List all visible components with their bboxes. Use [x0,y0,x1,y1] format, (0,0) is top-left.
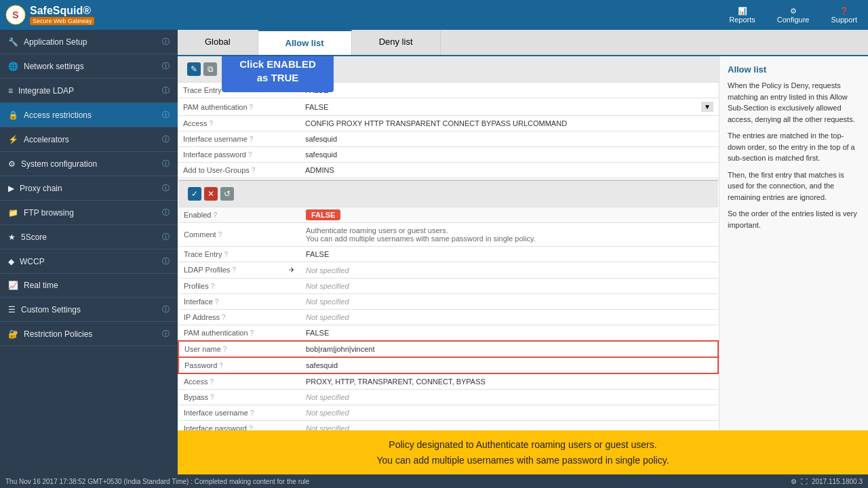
sidebar-item-proxy-chain[interactable]: ▶ Proxy chain ⓘ [0,176,178,200]
main-layout: 🔧 Application Setup ⓘ 🌐 Network settings… [0,30,868,474]
logo-area: S SafeSquid® Secure Web Gateway [5,5,94,25]
info-icon: ⓘ [162,183,170,193]
sidebar-item-label: Accelerators [24,135,69,144]
trace-entry-row-2: Trace Entry? FALSE [178,247,718,262]
version-text: 2017.115.1800.3 [812,478,863,485]
help-icon: ? [223,346,227,353]
tab-deny-list[interactable]: Deny list [352,30,441,55]
interface-username-label: Interface username [184,409,248,417]
help-icon: ? [232,266,236,274]
help-icon: ? [250,329,254,337]
send-icon: ✈ [289,266,295,274]
help-icon: ? [210,394,214,401]
nav-support[interactable]: ❓ Support [825,4,863,26]
comment-value: Authenticate roaming users or guest user… [306,226,713,243]
sidebar-item-5score[interactable]: ★ 5Score ⓘ [0,225,178,249]
access-label: Access [184,378,208,386]
help-icon: ? [210,378,214,386]
ldap-icon: ≡ [8,86,13,96]
tabs-bar: Global Allow list Deny list [178,30,868,56]
logo-icon: S [5,5,26,25]
info-icon: ⓘ [162,256,170,266]
nav-reports[interactable]: 📊 Reports [724,4,761,26]
help-icon: ? [215,298,219,306]
help-icon: ? [222,314,226,321]
sidebar-item-label: System configuration [21,159,97,169]
trace-entry-value: FALSE [306,250,329,258]
ip-address-value: Not specified [306,313,349,321]
info-icon: ⓘ [162,134,170,144]
right-panel-para1: When the Policy is Deny, requests matchi… [728,80,860,125]
pam-auth-value: FALSE [305,103,328,111]
system-config-icon: ⚙ [8,159,16,169]
sidebar-item-label: Network settings [24,62,84,71]
bottom-line1: Policy designated to Authenticate roamin… [191,437,854,452]
interface-username-label: Interface username [183,135,248,143]
ldap-profiles-row: LDAP Profiles? ✈ Not specified [178,262,718,279]
comment-label: Comment [184,230,216,239]
top-nav: 📊 Reports ⚙ Configure ❓ Support [724,4,863,26]
help-icon: ? [218,231,222,239]
reset-btn-s2[interactable]: ↺ [220,187,234,201]
nav-configure[interactable]: ⚙ Configure [772,4,815,26]
bottom-line2: You can add multiple usernames with same… [191,453,854,468]
interface-password-value: Not specified [306,424,349,430]
bypass-value: Not specified [306,393,349,401]
enabled-value[interactable]: FALSE [306,209,340,220]
pam-auth-row-2: PAM authentication? FALSE [178,325,718,342]
profiles-row: Profiles? Not specified [178,279,718,294]
username-row-highlighted: User name? bob|ram|john|vincent [178,341,718,357]
sidebar-item-restriction-policies[interactable]: 🔐 Restriction Policies ⓘ [0,322,178,346]
delete-btn-s2[interactable]: ✕ [204,187,218,201]
config-table-section2: ✓ ✕ ↺ Enabled? FALSE Comment? [178,180,719,430]
sidebar-item-real-time[interactable]: 📈 Real time [0,274,178,297]
help-icon: ? [209,120,213,127]
copy-btn-s1[interactable]: ⧉ [203,62,217,76]
help-icon: ? [250,409,254,417]
sidebar-item-system-configuration[interactable]: ⚙ System configuration ⓘ [0,152,178,176]
ldap-profiles-value: Not specified [306,266,349,274]
sidebar-item-access-restrictions[interactable]: 🔒 Access restrictions ⓘ [0,103,178,127]
help-icon: ? [219,362,223,369]
accelerators-icon: ⚡ [8,135,18,144]
sidebar-item-ftp-browsing[interactable]: 📁 FTP browsing ⓘ [0,201,178,224]
sidebar-item-application-setup[interactable]: 🔧 Application Setup ⓘ [0,30,178,54]
right-panel: Allow list When the Policy is Deny, requ… [719,56,868,430]
sidebar-item-network-settings[interactable]: 🌐 Network settings ⓘ [0,54,178,78]
sidebar-item-integrate-ldap[interactable]: ≡ Integrate LDAP ⓘ [0,79,178,102]
help-icon: ? [211,283,215,290]
tab-global[interactable]: Global [178,30,258,55]
ftp-icon: 📁 [8,208,18,218]
interface-username-row-1: Interface username? safesquid [178,131,719,147]
ip-address-label: IP Address [184,313,220,321]
right-panel-para2: The entries are matched in the top-down … [728,130,860,164]
sidebar-item-custom-settings[interactable]: ☰ Custom Settings ⓘ [0,298,178,321]
table-container: ✎ ⧉ Trace Entry? FALSE PAM authenticatio… [178,56,719,430]
info-icon: ⓘ [162,329,170,339]
5score-icon: ★ [8,232,16,242]
profiles-value: Not specified [306,282,349,290]
interface-password-label: Interface password [184,424,247,430]
checkbox-btn-s2[interactable]: ✓ [188,187,201,201]
bypass-label: Bypass [184,393,208,401]
sidebar-item-wccp[interactable]: ◆ WCCP ⓘ [0,249,178,273]
tab-allow-list[interactable]: Allow list [258,30,352,55]
status-bar: Thu Nov 16 2017 17:38:52 GMT+0530 (India… [0,474,868,488]
help-icon: ? [224,251,228,258]
scroll-down-btn-1[interactable]: ▼ [701,102,713,112]
settings-icon-status[interactable]: ⚙ [791,478,797,485]
sidebar-item-accelerators[interactable]: ⚡ Accelerators ⓘ [0,127,178,151]
wccp-icon: ◆ [8,257,14,266]
expand-icon-status[interactable]: ⛶ [801,478,808,485]
sidebar: 🔧 Application Setup ⓘ 🌐 Network settings… [0,30,178,474]
info-icon: ⓘ [162,232,170,242]
edit-btn-s1[interactable]: ✎ [187,62,201,76]
application-setup-icon: 🔧 [8,37,18,47]
interface-row: Interface? Not specified [178,294,718,310]
interface-password-label: Interface password [183,150,246,159]
trace-entry-label: Trace Entry [184,250,222,258]
interface-password-row-2: Interface password? Not specified [178,421,718,431]
interface-username-value: safesquid [305,135,337,143]
access-value: CONFIG PROXY HTTP TRANSPARENT CONNECT BY… [305,119,567,127]
support-label: Support [831,16,857,24]
